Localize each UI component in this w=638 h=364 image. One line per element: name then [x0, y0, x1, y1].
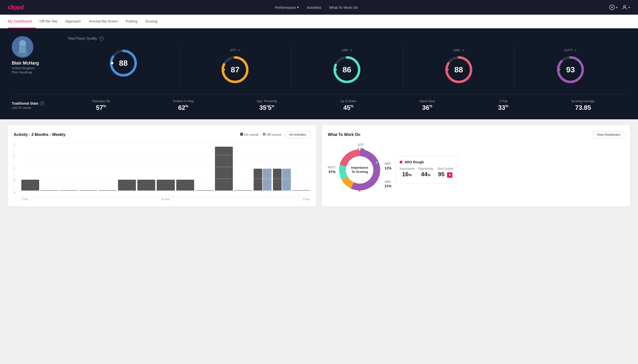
putt-label: PUTT ↗ — [564, 48, 576, 52]
tab-around-the-green[interactable]: Around the Green — [85, 15, 122, 28]
bar-on-course — [137, 180, 155, 191]
player-country: United Kingdom — [12, 66, 35, 70]
ring-total: 88 — [109, 48, 138, 78]
bar-group-7 — [157, 180, 174, 191]
stat-app-proximity: App. Proximity 35'5" — [257, 99, 277, 112]
svg-point-3 — [623, 6, 625, 7]
tab-putting[interactable]: Putting — [122, 15, 141, 28]
player-handicap: Plus Handicap — [12, 70, 32, 74]
donut-label-putt: PUTT 57% — [328, 166, 335, 174]
stat-1-putt: 1 Putt 33% — [498, 99, 508, 112]
score-value-ott: 87 — [231, 65, 240, 74]
score-card-arg: ARG ↗ 88 — [403, 44, 515, 88]
stat-fairways-hit: Fairways Hit 57% — [92, 99, 110, 112]
score-card-ott: OTT ↗ 87 — [179, 44, 291, 88]
trad-info-icon[interactable]: ? — [40, 101, 44, 106]
wtwo-content: PUTT 57% OTT 10% APP 12% ARG — [328, 143, 624, 197]
bar-on-course — [21, 180, 39, 191]
app-logo[interactable]: clippd — [8, 4, 24, 11]
bar-group-0 — [21, 180, 39, 191]
total-quality-label: Total Player Quality ? — [68, 36, 626, 40]
bar-empty — [60, 190, 78, 191]
score-card-putt: PUTT ↗ 93 — [515, 44, 626, 88]
bar-group-3 — [79, 190, 97, 191]
avatar — [12, 36, 33, 58]
score-card-app: APP ↗ 86 — [291, 44, 403, 88]
score-card-total: 88 — [68, 44, 179, 88]
tab-my-dashboard[interactable]: My Dashboard — [8, 15, 36, 28]
bottom-section: Activity - 3 Months - Weekly On course O… — [0, 119, 638, 212]
donut-label-app: APP 12% — [385, 162, 391, 171]
nav-what-to-work-on[interactable]: What To Work On — [329, 6, 358, 10]
player-name: Blair McHarg — [12, 61, 39, 66]
bar-group-12 — [254, 169, 272, 191]
info-shot-quality: Shot Quality 95 ▼ — [437, 167, 453, 178]
svg-rect-7 — [19, 46, 26, 53]
ring-ott: 87 — [220, 55, 250, 84]
traditional-stats-label: Traditional Stats ? — [12, 101, 61, 106]
bar-group-9 — [196, 190, 214, 191]
last-rounds: Last 20 rounds — [12, 106, 61, 110]
player-info: Blair McHarg United Kingdom Plus Handica… — [12, 36, 56, 74]
bar-on-course — [215, 147, 233, 191]
score-value-total: 88 — [119, 59, 128, 68]
scores-section: Total Player Quality ? 88 — [68, 36, 626, 88]
view-dashboard-button[interactable]: View Dashboard — [593, 131, 624, 138]
bar-group-8 — [176, 180, 194, 191]
sub-navigation: My Dashboard Off the Tee Approach Around… — [0, 15, 638, 28]
stat-scoring-average: Scoring Average 73.85 — [571, 99, 595, 112]
bar-group-6 — [137, 180, 155, 191]
hero-section: Blair McHarg United Kingdom Plus Handica… — [0, 28, 638, 119]
bar-on-course — [273, 169, 282, 191]
stat-up-and-down: Up & Down 45% — [340, 99, 356, 112]
bar-empty — [79, 190, 97, 191]
svg-point-16 — [334, 68, 337, 71]
activity-card-header: Activity - 3 Months - Weekly On course O… — [14, 131, 310, 138]
app-label: APP ↗ — [342, 48, 352, 52]
info-importance: Importance 16% — [399, 167, 414, 178]
nav-performance[interactable]: Performance ▾ — [275, 5, 299, 10]
activity-card-title: Activity - 3 Months - Weekly — [14, 132, 65, 137]
stat-greens-in-reg: Greens In Reg 62% — [173, 99, 194, 112]
ott-label: OTT ↗ — [230, 48, 240, 52]
tab-off-the-tee[interactable]: Off the Tee — [36, 15, 62, 28]
bar-group-4 — [99, 190, 117, 191]
ring-arg: 88 — [444, 55, 474, 84]
bar-empty — [41, 190, 59, 191]
tab-approach[interactable]: Approach — [61, 15, 85, 28]
bar-group-5 — [118, 180, 136, 191]
what-to-work-on-card: What To Work On View Dashboard PUTT 57% … — [322, 125, 630, 206]
nav-activities[interactable]: Activities — [307, 6, 321, 10]
traditional-stats: Traditional Stats ? Last 20 rounds Fairw… — [12, 94, 626, 112]
bar-empty — [234, 190, 252, 191]
score-value-putt: 93 — [566, 65, 575, 74]
svg-point-13 — [223, 68, 225, 71]
add-button[interactable]: ▾ — [609, 4, 618, 10]
info-icon[interactable]: ? — [99, 36, 104, 40]
nav-links: Performance ▾ Activities What To Work On — [275, 5, 358, 10]
bar-off-course — [263, 169, 272, 191]
bar-group-14 — [292, 190, 310, 191]
bar-off-course — [282, 169, 291, 191]
wtwo-card-header: What To Work On View Dashboard — [328, 131, 624, 138]
bar-on-course — [176, 180, 194, 191]
stat-items: Fairways Hit 57% Greens In Reg 62% App. … — [61, 99, 626, 112]
info-card-arg-rough: ARG Rough Importance 16% Opportunity 44% — [395, 156, 457, 184]
down-badge: ▼ — [447, 172, 453, 178]
all-activities-button[interactable]: All Activities — [285, 131, 310, 138]
bar-group-1 — [41, 190, 59, 191]
svg-point-30 — [359, 190, 361, 192]
activity-card: Activity - 3 Months - Weekly On course O… — [8, 125, 316, 206]
ring-app: 86 — [332, 55, 362, 84]
tab-scoring[interactable]: Scoring — [141, 15, 162, 28]
svg-point-22 — [558, 68, 560, 71]
info-opportunity: Opportunity 44% — [418, 167, 433, 178]
score-cards: 88 OTT ↗ 87 — [68, 44, 626, 88]
user-button[interactable]: ▾ — [621, 4, 630, 10]
x-axis-labels: 7 Feb 28 Mar 9 May — [14, 198, 310, 201]
score-value-app: 86 — [342, 65, 351, 74]
bar-chart — [14, 143, 310, 197]
stat-sand-save: Sand Save 36% — [419, 99, 435, 112]
info-card-stats: Importance 16% Opportunity 44% Shot Qual… — [399, 167, 453, 178]
bar-empty — [196, 190, 214, 191]
